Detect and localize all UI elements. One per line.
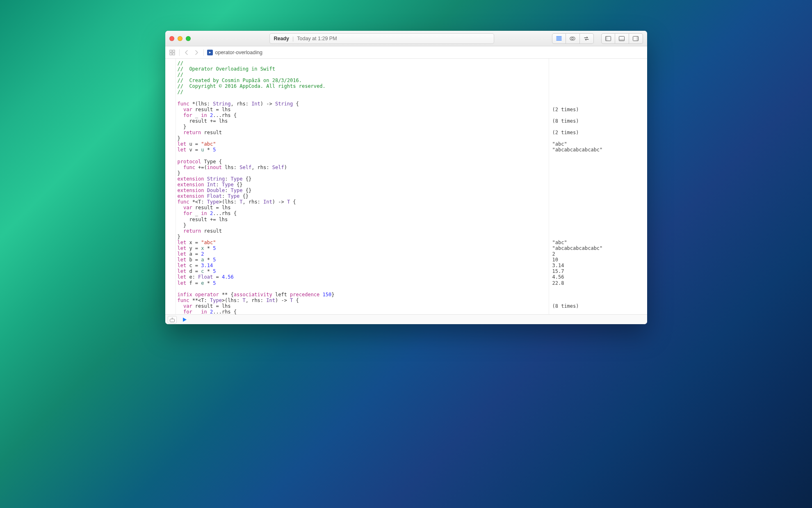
window-controls — [169, 36, 191, 41]
result-line — [552, 309, 647, 314]
result-line — [552, 78, 647, 83]
result-line: "abcabcabcabcabc" — [552, 245, 647, 251]
code-line[interactable]: } — [178, 135, 549, 141]
code-line[interactable]: return result — [178, 130, 549, 135]
breadcrumb-file[interactable]: operator-overloading — [215, 50, 262, 55]
code-line[interactable]: for _ in 2...rhs { — [178, 309, 549, 314]
run-playground-button[interactable] — [181, 316, 188, 323]
toggle-utilities-button[interactable] — [629, 33, 643, 44]
code-line[interactable]: let f = e * 5 — [178, 280, 549, 286]
code-line[interactable]: func *(lhs: String, rhs: Int) -> String … — [178, 101, 549, 107]
results-sidebar: (2 times) (8 times) (2 times) "abc""abca… — [549, 59, 647, 314]
code-line[interactable]: infix operator ** {associativity left pr… — [178, 292, 549, 297]
svg-rect-12 — [170, 319, 174, 322]
result-line: "abc" — [552, 240, 647, 245]
code-line[interactable]: // — [178, 60, 549, 66]
result-line — [552, 112, 647, 118]
result-line — [552, 95, 647, 101]
code-line[interactable]: let a = 2 — [178, 251, 549, 257]
result-line: 15.7 — [552, 268, 647, 274]
close-button[interactable] — [169, 36, 174, 41]
code-line[interactable]: } — [178, 170, 549, 176]
code-line[interactable]: } — [178, 222, 549, 228]
code-line[interactable]: let b = a * 5 — [178, 257, 549, 263]
code-content[interactable]: //// Operator Overloading in Swift//// C… — [176, 59, 549, 314]
assistant-editor-button[interactable] — [566, 33, 580, 44]
result-line: 22.8 — [552, 280, 647, 286]
code-line[interactable]: } — [178, 124, 549, 130]
result-line: (8 times) — [552, 303, 647, 309]
tray-up-icon — [170, 317, 175, 322]
source-editor[interactable]: //// Operator Overloading in Swift//// C… — [176, 59, 549, 314]
result-line — [552, 205, 647, 211]
code-line[interactable]: return result — [178, 228, 549, 234]
toggle-debug-button[interactable] — [615, 33, 629, 44]
code-line[interactable]: var result = lhs — [178, 303, 549, 309]
code-line[interactable]: let x = "abc" — [178, 240, 549, 245]
result-line — [552, 83, 647, 89]
version-editor-button[interactable] — [580, 33, 594, 44]
code-line[interactable]: // Operator Overloading in Swift — [178, 66, 549, 72]
result-line — [552, 217, 647, 222]
result-line — [552, 153, 647, 159]
code-line[interactable]: // — [178, 89, 549, 95]
back-button[interactable] — [183, 49, 190, 56]
jump-bar: ▸ operator-overloading — [165, 46, 647, 59]
code-line[interactable]: protocol Type { — [178, 159, 549, 165]
result-line — [552, 159, 647, 165]
code-line[interactable]: let e: Float = 4.56 — [178, 274, 549, 280]
status-separator: | — [292, 36, 294, 41]
code-line[interactable]: let d = c * 5 — [178, 268, 549, 274]
play-icon — [182, 317, 187, 322]
code-line[interactable]: for _ in 2...rhs { — [178, 211, 549, 216]
result-line — [552, 234, 647, 240]
code-line[interactable]: extension String: Type {} — [178, 176, 549, 182]
standard-editor-button[interactable] — [552, 33, 566, 44]
result-line — [552, 222, 647, 228]
code-line[interactable] — [178, 95, 549, 101]
left-panel-icon — [605, 35, 611, 42]
code-line[interactable]: // Copyright © 2016 AppCoda. All rights … — [178, 83, 549, 89]
code-line[interactable]: // — [178, 72, 549, 78]
svg-rect-11 — [173, 53, 175, 55]
result-line — [552, 211, 647, 216]
code-line[interactable]: } — [178, 234, 549, 240]
code-line[interactable] — [178, 153, 549, 159]
titlebar: Ready | Today at 1:29 PM — [165, 31, 647, 46]
code-line[interactable]: extension Int: Type {} — [178, 182, 549, 188]
code-line[interactable] — [178, 286, 549, 292]
code-line[interactable]: result += lhs — [178, 118, 549, 124]
result-line — [552, 170, 647, 176]
grid-icon — [169, 50, 175, 55]
code-line[interactable]: let v = u * 5 — [178, 147, 549, 153]
code-line[interactable]: result += lhs — [178, 217, 549, 222]
code-line[interactable]: func *<T: Type>(lhs: T, rhs: Int) -> T { — [178, 199, 549, 205]
editor-gutter — [165, 59, 176, 314]
toggle-navigator-button[interactable] — [601, 33, 615, 44]
result-line — [552, 292, 647, 297]
code-line[interactable]: func +=(inout lhs: Self, rhs: Self) — [178, 165, 549, 170]
code-line[interactable]: func **<T: Type>(lhs: T, rhs: Int) -> T … — [178, 297, 549, 303]
editor-area: //// Operator Overloading in Swift//// C… — [165, 59, 647, 314]
zoom-button[interactable] — [186, 36, 191, 41]
forward-button[interactable] — [193, 49, 200, 56]
minimize-button[interactable] — [178, 36, 182, 41]
code-line[interactable]: extension Double: Type {} — [178, 188, 549, 193]
code-line[interactable]: var result = lhs — [178, 205, 549, 211]
result-line: 3.14 — [552, 263, 647, 268]
result-line — [552, 182, 647, 188]
toggle-debug-area-button[interactable] — [168, 316, 177, 323]
code-line[interactable]: for _ in 2...rhs { — [178, 112, 549, 118]
result-line — [552, 72, 647, 78]
code-line[interactable]: extension Float: Type {} — [178, 193, 549, 199]
code-line[interactable]: let y = x * 5 — [178, 245, 549, 251]
code-line[interactable]: let u = "abc" — [178, 141, 549, 147]
code-line[interactable]: // Created by Cosmin Pupăză on 28/3/2016… — [178, 78, 549, 83]
related-items-button[interactable] — [169, 49, 176, 56]
svg-rect-9 — [173, 50, 175, 52]
code-line[interactable]: let c = 3.14 — [178, 263, 549, 268]
code-line[interactable]: var result = lhs — [178, 107, 549, 112]
result-line: 4.56 — [552, 274, 647, 280]
result-line — [552, 199, 647, 205]
svg-rect-8 — [170, 50, 172, 52]
